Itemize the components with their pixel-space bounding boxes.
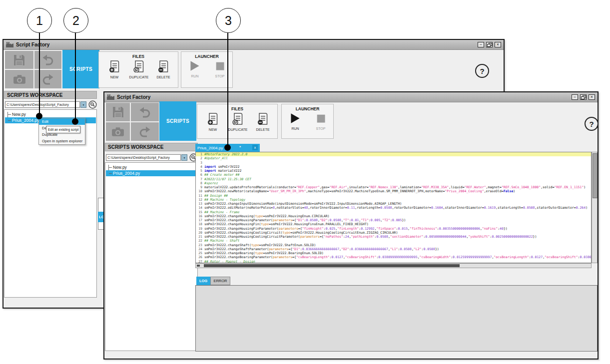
chevron-down-icon[interactable]: ▼ — [181, 154, 187, 161]
log-output-panel — [195, 285, 598, 352]
launcher-group-title: LAUNCHER — [282, 106, 333, 111]
duplicate-script-button[interactable]: DUPLICATE — [127, 60, 150, 79]
code-line: 18smPmIr3V222.changeHousingFin(type=smPm… — [196, 222, 591, 226]
window-title: Script Factory — [117, 94, 150, 100]
callout-circle-3: 3 — [216, 8, 241, 33]
tab-close-icon[interactable]: x — [252, 145, 258, 150]
help-button[interactable]: ? — [475, 64, 489, 78]
code-line: 20smPmIr3V222.changeHousingCoolingCircui… — [196, 231, 591, 235]
front-titlebar[interactable]: Script Factory − × — [104, 92, 598, 102]
vscroll-thumb[interactable] — [593, 153, 598, 198]
restore-icon[interactable] — [486, 42, 493, 47]
minimize-icon[interactable]: − — [572, 94, 578, 100]
stop-icon — [316, 113, 326, 124]
run-icon — [190, 60, 200, 71]
code-line: 23smPmIr3V222.changeShaft(type=smPmIr3V2… — [196, 243, 591, 247]
edit-tooltip: Edit an existing script — [46, 126, 80, 133]
delete-label: DELETE — [152, 75, 175, 79]
context-menu-open-explorer[interactable]: Open in system explorer — [39, 138, 85, 144]
new-script-button[interactable]: NEW — [201, 113, 224, 131]
browse-folder-button[interactable] — [88, 100, 97, 109]
editor-horizontal-scrollbar[interactable] — [195, 263, 592, 268]
undo-icon — [42, 54, 54, 66]
launcher-group-title: LAUNCHER — [181, 54, 232, 59]
workspace-path-combo[interactable]: C:\Users\sperez\Desktop\Script_Factory — [5, 101, 80, 108]
undo-button[interactable] — [131, 103, 159, 121]
new-label: NEW — [201, 128, 224, 131]
tab-error[interactable]: ERROR — [210, 277, 230, 285]
stop-icon — [215, 60, 225, 71]
factory-icon — [107, 94, 114, 100]
hscroll-left-arrow[interactable] — [197, 265, 200, 267]
minimize-icon[interactable]: − — [478, 42, 484, 47]
code-line: 4import smPmIr3V222 — [196, 165, 591, 169]
code-line: 22## Machine - Shaft — [196, 239, 591, 243]
new-script-button[interactable]: NEW — [103, 60, 126, 79]
camera-icon — [13, 74, 26, 84]
callout-dot-2 — [72, 118, 78, 125]
run-button[interactable]: RUN — [183, 60, 206, 78]
duplicate-file-icon — [133, 60, 144, 72]
close-icon[interactable]: × — [495, 42, 501, 47]
chevron-down-icon[interactable]: ▼ — [80, 101, 86, 108]
restore-icon[interactable] — [580, 94, 587, 100]
code-line: 16smPmIr3V222.changeHousing(type=smPmIr3… — [196, 214, 591, 218]
tab-log[interactable]: LOG — [196, 277, 210, 285]
code-line: 14smPmIr3V222.editMotor(noRotorPoles=8,n… — [196, 206, 591, 210]
run-button[interactable]: RUN — [284, 113, 307, 130]
screenshot-button[interactable] — [5, 70, 33, 88]
code-line: 11## Design ## — [196, 194, 591, 198]
files-group-title: FILES — [197, 106, 277, 111]
files-group: FILES NEW DUPLICATE DELETE — [197, 104, 278, 139]
code-line: 25smPmIr3V222.changeBearing(type=smPmIr3… — [196, 251, 591, 255]
duplicate-script-button[interactable]: DUPLICATE — [226, 113, 249, 131]
front-window: Script Factory − × SCRIPTS FILES NEW — [103, 91, 599, 360]
workspace-path-combo[interactable]: C:\Users\sperez\Desktop\Script_Factory — [106, 154, 181, 161]
scripts-tab-button[interactable]: SCRIPTS — [159, 101, 196, 141]
code-line: 17smPmIr3V222.changeHousingParameter(par… — [196, 218, 591, 222]
delete-script-button[interactable]: DELETE — [251, 113, 274, 131]
code-line: 19smPmIr3V222.changeHousingFinParameter(… — [196, 227, 591, 231]
code-lines: 1#MotorFactory 2022.2.02#Updater_All34im… — [196, 152, 591, 263]
code-line: 5import materialV222 — [196, 169, 591, 173]
help-button[interactable]: ? — [585, 117, 599, 131]
stage: Script Factory − × SCRIPTS FILES NEW — [0, 0, 610, 364]
code-line: 21smPmIr3V222.changeHousingCoolingCircui… — [196, 235, 591, 239]
save-button[interactable] — [5, 51, 33, 69]
editor-vertical-scrollbar[interactable] — [592, 152, 598, 263]
tree-item-newpy[interactable]: New.py — [106, 164, 197, 170]
new-label: NEW — [103, 75, 126, 79]
code-line: 7#2022/11/07 11:25:30 CET — [196, 177, 591, 181]
workspace-file-tree[interactable]: New.py Prius_2004.py — [105, 162, 198, 351]
code-line: 15## Machine - Frame — [196, 210, 591, 214]
run-label: RUN — [284, 127, 307, 130]
close-icon[interactable]: × — [589, 94, 595, 100]
callout-line-1 — [39, 32, 40, 116]
files-group: FILES NEW DUPLICATE DELETE — [98, 51, 178, 88]
launcher-group: LAUNCHER RUN STOP — [181, 51, 233, 88]
duplicate-file-icon — [232, 113, 243, 125]
redo-icon — [42, 73, 54, 85]
back-titlebar[interactable]: Script Factory − × — [3, 40, 504, 50]
tree-item-newpy[interactable]: New.py — [5, 111, 96, 117]
delete-file-icon — [257, 113, 268, 125]
callout-dot-1 — [36, 113, 42, 119]
save-icon — [13, 54, 25, 66]
stop-button[interactable]: STOP — [309, 113, 332, 130]
hscroll-thumb[interactable] — [204, 264, 460, 267]
duplicate-label: DUPLICATE — [226, 128, 249, 131]
code-line: 27## Rotor - Magnet - Design — [196, 260, 591, 264]
code-editor[interactable]: 1#MotorFactory 2022.2.02#Updater_All34im… — [195, 152, 592, 263]
search-icon — [88, 100, 97, 109]
code-line: 13smPmIr3V222.changeInputDimensionMode(i… — [196, 202, 591, 206]
callout-circle-1: 1 — [27, 8, 52, 33]
screenshot-button[interactable] — [106, 122, 130, 141]
scripts-tab-button[interactable]: SCRIPTS — [62, 50, 99, 88]
tree-item-prius2004[interactable]: Prius_2004.py — [106, 170, 197, 176]
redo-icon — [139, 126, 151, 138]
redo-button[interactable] — [131, 122, 159, 141]
delete-script-button[interactable]: DELETE — [152, 60, 175, 79]
delete-label: DELETE — [251, 128, 274, 131]
code-line: 2#Updater_All — [196, 156, 591, 160]
save-button[interactable] — [106, 103, 130, 121]
